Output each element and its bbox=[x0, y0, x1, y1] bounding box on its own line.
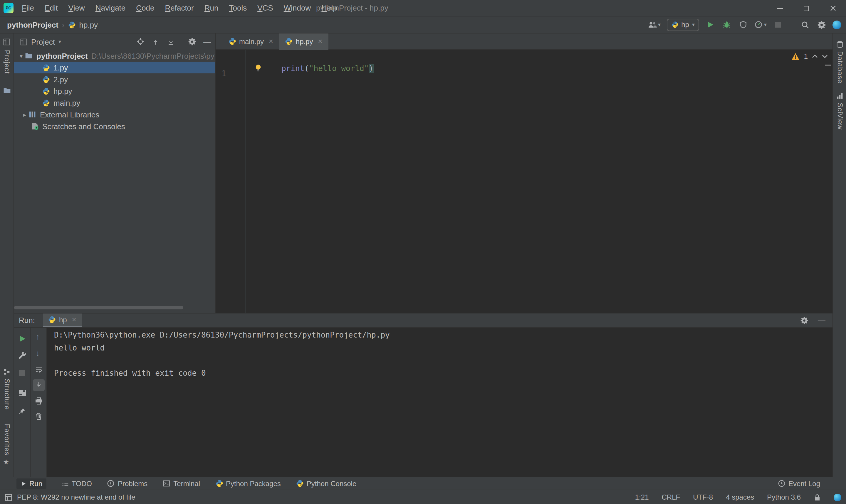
event-log-button[interactable]: Event Log bbox=[778, 479, 820, 488]
editor-tab-hp[interactable]: hp.py ✕ bbox=[279, 33, 329, 50]
menu-item[interactable]: Run bbox=[199, 0, 224, 16]
locate-file-icon[interactable] bbox=[136, 38, 144, 46]
folder-icon[interactable] bbox=[3, 86, 11, 94]
menu-item[interactable]: Edit bbox=[39, 0, 63, 16]
toolwindow-button-problems[interactable]: Problems bbox=[107, 479, 147, 488]
toolwindow-button-python-console[interactable]: Python Console bbox=[296, 479, 356, 488]
rerun-button[interactable] bbox=[18, 335, 27, 343]
inspection-widget[interactable]: 1 bbox=[792, 52, 828, 60]
edit-configuration-icon[interactable] bbox=[18, 351, 27, 359]
settings-gear-button[interactable] bbox=[816, 18, 827, 32]
tree-expanded-icon[interactable]: ▾ bbox=[18, 53, 25, 59]
close-tab-icon[interactable]: ✕ bbox=[72, 317, 77, 323]
tree-root-row[interactable]: ▾ pythonProject D:\Users\86130\PycharmPr… bbox=[14, 50, 216, 62]
run-console[interactable]: D:\Python36\python.exe D:/Users/86130/Py… bbox=[54, 329, 827, 379]
run-toolwindow-icon bbox=[21, 481, 27, 486]
line-separator[interactable]: CRLF bbox=[662, 493, 680, 501]
sciview-icon[interactable] bbox=[836, 92, 844, 100]
tree-file-row[interactable]: 2.py bbox=[14, 73, 216, 85]
intention-bulb-icon[interactable] bbox=[254, 64, 262, 73]
scroll-to-end-icon-selected[interactable] bbox=[33, 379, 45, 391]
project-toolwindow-icon[interactable] bbox=[3, 38, 11, 46]
restore-layout-icon[interactable] bbox=[18, 389, 27, 397]
tree-file-row-selected[interactable]: 1.py bbox=[14, 62, 216, 73]
tree-scratches-row[interactable]: Scratches and Consoles bbox=[14, 120, 216, 132]
run-with-coverage-button[interactable] bbox=[738, 18, 749, 32]
menu-item[interactable]: View bbox=[63, 0, 90, 16]
tree-external-libraries-row[interactable]: ▸ External Libraries bbox=[14, 109, 216, 120]
run-tab-hp[interactable]: hp ✕ bbox=[43, 313, 82, 327]
hide-panel-icon[interactable]: ― bbox=[203, 37, 211, 46]
file-encoding[interactable]: UTF-8 bbox=[693, 493, 713, 501]
event-log-clock-icon bbox=[778, 480, 786, 487]
close-tab-icon[interactable]: ✕ bbox=[268, 38, 274, 44]
python-file-icon bbox=[42, 64, 50, 71]
up-stack-trace-icon[interactable]: ↑ bbox=[36, 332, 40, 341]
down-stack-trace-icon[interactable]: ↓ bbox=[36, 349, 40, 358]
expand-all-icon[interactable] bbox=[167, 38, 175, 46]
horizontal-scrollbar-thumb[interactable] bbox=[14, 306, 183, 309]
soft-wrap-icon[interactable] bbox=[35, 365, 43, 373]
menu-item[interactable]: Window bbox=[279, 0, 316, 16]
tree-file-row[interactable]: hp.py bbox=[14, 85, 216, 97]
toolwindow-switcher-icon[interactable] bbox=[5, 493, 12, 501]
print-icon[interactable] bbox=[35, 397, 43, 405]
tree-file-label: hp.py bbox=[53, 87, 72, 95]
hide-run-panel-icon[interactable]: ― bbox=[818, 316, 825, 325]
next-problem-icon[interactable] bbox=[822, 55, 828, 58]
toolwindow-button-run[interactable]: Run bbox=[16, 478, 47, 489]
close-window-button[interactable] bbox=[819, 0, 846, 16]
run-button[interactable] bbox=[705, 18, 716, 32]
database-stripe-button[interactable]: Database bbox=[836, 51, 844, 84]
debug-button[interactable] bbox=[722, 18, 732, 32]
readonly-lock-icon[interactable] bbox=[814, 493, 821, 501]
menu-item[interactable]: Code bbox=[131, 0, 159, 16]
breadcrumb-project[interactable]: pythonProject bbox=[7, 20, 58, 29]
users-dropdown[interactable]: ▾ bbox=[648, 21, 660, 29]
tree-collapsed-icon[interactable]: ▸ bbox=[21, 111, 28, 118]
pin-tab-icon[interactable] bbox=[18, 408, 26, 415]
run-configuration-select[interactable]: hp ▾ bbox=[667, 18, 700, 31]
project-stripe-button[interactable]: Project bbox=[3, 50, 11, 74]
menu-item[interactable]: Navigate bbox=[90, 0, 131, 16]
menu-item[interactable]: VCS bbox=[252, 0, 278, 16]
line-number: 1 bbox=[216, 69, 226, 78]
previous-problem-icon[interactable] bbox=[812, 55, 818, 58]
menu-item[interactable]: Refactor bbox=[159, 0, 199, 16]
toolwindow-button-todo[interactable]: TODO bbox=[62, 479, 92, 488]
tab-label: main.py bbox=[239, 37, 264, 46]
favorites-stripe-button[interactable]: Favorites bbox=[3, 424, 11, 455]
sciview-stripe-button[interactable]: SciView bbox=[836, 103, 844, 130]
python-file-icon bbox=[42, 75, 50, 83]
breadcrumb-file[interactable]: hp.py bbox=[79, 20, 98, 29]
menu-item[interactable]: File bbox=[16, 0, 39, 16]
run-settings-gear-icon[interactable] bbox=[800, 316, 808, 324]
tree-file-row[interactable]: main.py bbox=[14, 97, 216, 109]
close-tab-icon[interactable]: ✕ bbox=[318, 38, 323, 44]
structure-icon[interactable] bbox=[3, 368, 11, 376]
database-icon[interactable] bbox=[836, 40, 844, 48]
chevron-separator-icon: › bbox=[62, 20, 65, 29]
collapse-to-source-icon[interactable] bbox=[152, 38, 160, 46]
maximize-button[interactable] bbox=[793, 0, 819, 16]
ide-indicator-icon[interactable] bbox=[834, 493, 841, 501]
structure-stripe-button[interactable]: Structure bbox=[3, 379, 11, 410]
toolwindow-button-python-packages[interactable]: Python Packages bbox=[215, 479, 281, 488]
menu-item[interactable]: Tools bbox=[224, 0, 252, 16]
console-line: D:\Python36\python.exe D:/Users/86130/Py… bbox=[54, 329, 827, 341]
search-everywhere-button[interactable] bbox=[799, 18, 810, 32]
panel-options-gear-icon[interactable] bbox=[188, 38, 196, 46]
inspection-widget-handle[interactable] bbox=[825, 65, 831, 66]
python-interpreter[interactable]: Python 3.6 bbox=[767, 493, 801, 501]
cursor-position[interactable]: 1:21 bbox=[635, 493, 649, 501]
profiler-button[interactable]: ▾ bbox=[755, 21, 767, 29]
favorites-star-icon[interactable]: ★ bbox=[3, 458, 10, 466]
editor-tab-main[interactable]: main.py ✕ bbox=[223, 33, 279, 50]
indent-setting[interactable]: 4 spaces bbox=[726, 493, 754, 501]
code-with-me-icon[interactable] bbox=[832, 20, 841, 29]
clear-all-icon[interactable] bbox=[35, 412, 43, 420]
toolwindow-button-terminal[interactable]: Terminal bbox=[163, 479, 200, 488]
minimize-button[interactable] bbox=[767, 0, 793, 16]
project-panel-title[interactable]: Project ▾ bbox=[20, 37, 61, 46]
status-message[interactable]: PEP 8: W292 no newline at end of file bbox=[17, 493, 136, 501]
